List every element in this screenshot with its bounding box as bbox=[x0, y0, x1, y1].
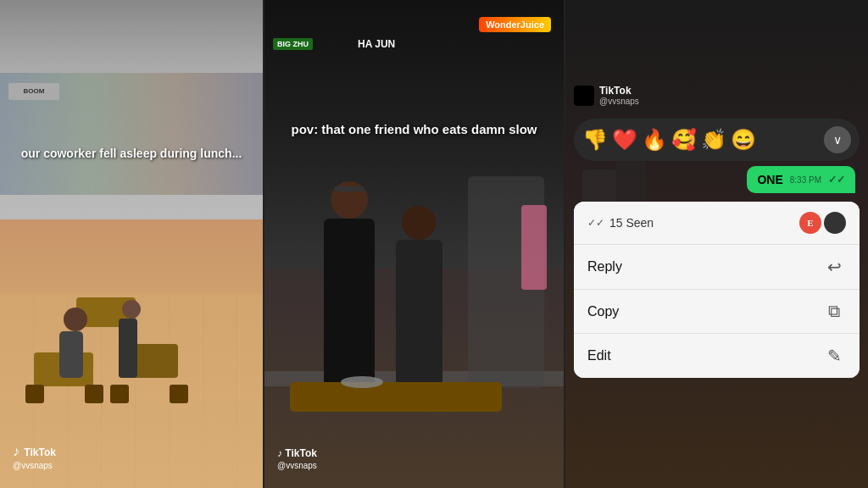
chair-3 bbox=[110, 385, 129, 403]
stall-label-1: BOOM bbox=[8, 83, 59, 100]
seen-count: 15 Seen bbox=[609, 216, 799, 230]
person1-body bbox=[324, 219, 375, 388]
tiktok-icon-middle: ♪ bbox=[277, 447, 282, 459]
emoji-clap[interactable]: 👏 bbox=[701, 128, 726, 152]
copy-label: Copy bbox=[587, 304, 822, 319]
wonder-juice-sign: WonderJuice bbox=[479, 17, 551, 32]
edit-label: Edit bbox=[587, 348, 822, 363]
reply-menu-item[interactable]: Reply ↩ bbox=[574, 245, 860, 290]
chair-2 bbox=[85, 385, 103, 403]
person2-body bbox=[396, 240, 442, 388]
middle-tiktok-panel: WonderJuice BIG ZHU HA JUN pov: that one… bbox=[263, 0, 564, 488]
copy-menu-item[interactable]: Copy ⧉ bbox=[574, 290, 860, 334]
chair-4 bbox=[170, 385, 188, 403]
message-time: 8:33 PM bbox=[790, 175, 821, 185]
avatar-dark bbox=[824, 212, 846, 234]
person1-glasses bbox=[334, 186, 364, 191]
foreground-table bbox=[290, 382, 502, 412]
tiktok-icon-left: ♪ bbox=[13, 444, 19, 458]
sleeping-person-head bbox=[64, 308, 87, 331]
main-container: BOOM our coworker fell asleep during lun… bbox=[0, 0, 868, 488]
seen-avatars: E bbox=[799, 212, 846, 234]
bowl bbox=[341, 376, 383, 388]
middle-tiktok-logo: ♪ TikTok @vvsnaps bbox=[277, 447, 317, 471]
message-ticks: ✓✓ bbox=[828, 174, 845, 186]
edit-menu-item[interactable]: Edit ✎ bbox=[574, 334, 860, 378]
standing-person-head bbox=[122, 300, 141, 319]
reply-icon: ↩ bbox=[822, 257, 846, 277]
emoji-more-button[interactable]: ∨ bbox=[824, 126, 851, 153]
tiktok-app-icon: ♪ bbox=[574, 86, 594, 106]
message-bubble: ONE 8:33 PM ✓✓ bbox=[747, 166, 855, 193]
sleeping-person-body bbox=[59, 331, 83, 378]
chair-1 bbox=[25, 385, 44, 403]
person2-head bbox=[402, 206, 436, 240]
message-text: ONE bbox=[757, 173, 782, 186]
left-tiktok-panel: BOOM our coworker fell asleep during lun… bbox=[0, 0, 263, 488]
seen-row: ✓✓ 15 Seen E bbox=[574, 202, 860, 245]
emoji-thumbsdown[interactable]: 👎 bbox=[582, 128, 608, 152]
emoji-grin[interactable]: 😄 bbox=[731, 128, 756, 152]
copy-icon: ⧉ bbox=[822, 302, 846, 321]
standing-person-body bbox=[119, 319, 137, 378]
tiktok-app-info: TikTok @vvsnaps bbox=[599, 85, 639, 106]
avatar-e: E bbox=[799, 212, 821, 234]
reply-label: Reply bbox=[587, 259, 822, 274]
left-caption: our coworker fell asleep during lunch... bbox=[8, 147, 254, 160]
bg-person-pink bbox=[521, 205, 547, 290]
tiktok-app-header: ♪ TikTok @vvsnaps bbox=[574, 85, 639, 106]
ha-jun-sign: HA JUN bbox=[358, 38, 395, 50]
whatsapp-panel: ♪ TikTok @vvsnaps 👎 ❤️ 🔥 🥰 👏 😄 ∨ ONE 8:3… bbox=[564, 0, 868, 488]
emoji-reaction-bar[interactable]: 👎 ❤️ 🔥 🥰 👏 😄 ∨ bbox=[574, 119, 860, 161]
big-zhu-sign: BIG ZHU bbox=[273, 38, 313, 50]
emoji-hugging[interactable]: 🥰 bbox=[671, 128, 697, 152]
left-tiktok-logo: ♪ TikTok @vvsnaps bbox=[13, 444, 56, 471]
middle-caption: pov: that one friend who eats damn slow bbox=[273, 122, 555, 136]
seen-ticks: ✓✓ bbox=[587, 217, 604, 230]
emoji-heart[interactable]: ❤️ bbox=[612, 128, 637, 152]
emoji-fire[interactable]: 🔥 bbox=[642, 128, 667, 152]
context-menu: ✓✓ 15 Seen E Reply ↩ Copy ⧉ Edit ✎ bbox=[574, 202, 860, 378]
edit-icon: ✎ bbox=[822, 346, 846, 366]
